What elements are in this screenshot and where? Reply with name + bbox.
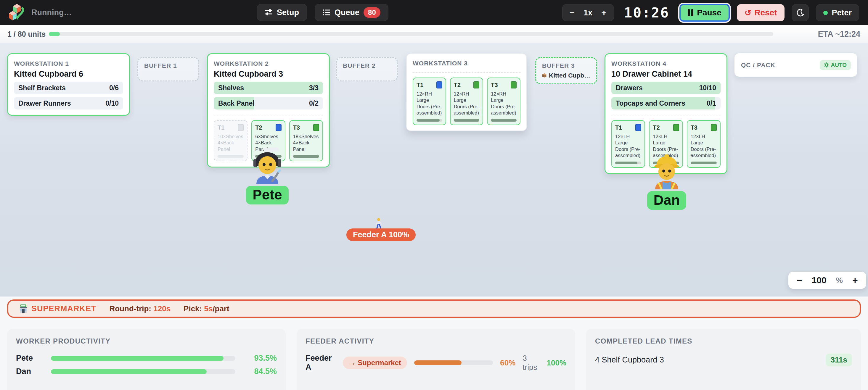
feeder-destination-pill: → Supermarket <box>343 357 407 369</box>
trolley-progress <box>615 162 641 164</box>
trolley-t3[interactable]: T3 12×RH Large Doors (Pre-assembled) <box>487 77 521 125</box>
buffer-item: Kitted Cupb… <box>542 72 590 79</box>
panel-title: COMPLETED LEAD TIMES <box>595 337 852 345</box>
completed-lead-times-panel: COMPLETED LEAD TIMES 4 Shelf Cupboard 3 … <box>586 329 861 390</box>
bin-icon <box>673 124 679 131</box>
qc-auto-label: AUTO <box>831 62 847 68</box>
zoom-in-button[interactable]: + <box>852 275 858 285</box>
feeder-status-chip[interactable]: Feeder A 100% <box>346 228 416 241</box>
trolley-t1[interactable]: T1 10×Shelves4×Back Panel <box>214 120 247 161</box>
bin-icon <box>238 124 244 131</box>
task-count: 0/2 <box>309 99 318 107</box>
trolley-divider <box>413 72 521 73</box>
task-name: Topcaps and Corners <box>616 99 685 107</box>
worker-pete[interactable]: Pete <box>244 148 291 204</box>
queue-button-label: Queue <box>335 8 360 17</box>
units-progress-bar <box>49 32 773 36</box>
trolley-item: 12×RH Large Doors (Pre-assembled) <box>491 91 517 116</box>
queue-button[interactable]: Queue 80 <box>315 4 389 21</box>
speed-increase-button[interactable]: + <box>601 8 607 17</box>
zoom-unit: % <box>836 276 843 285</box>
trolley-label: T1 <box>416 82 423 89</box>
trolley-progress <box>218 155 244 158</box>
qc-pack-title: QC / PACK <box>741 62 775 69</box>
productivity-value: 93.5% <box>244 354 277 363</box>
walking-person-icon <box>374 218 384 230</box>
setup-button[interactable]: Setup <box>257 4 307 21</box>
speed-control: − 1x + <box>562 4 614 21</box>
sim-clock: 10:26 <box>624 5 669 21</box>
trolley-t3[interactable]: T3 18×Shelves4×Back Panel <box>289 120 323 161</box>
roundtrip-stat: Round-trip: 120s <box>110 304 171 313</box>
panel-title: WORKER PRODUCTIVITY <box>16 337 277 345</box>
trolley-label: T1 <box>615 124 622 131</box>
trolley-divider <box>611 115 720 116</box>
factory-floor-canvas[interactable]: WORKSTATION 1 Kitted Cupboard 6 Shelf Br… <box>0 43 868 296</box>
buffer-2[interactable]: BUFFER 2 <box>336 57 398 82</box>
trolley-t1[interactable]: T1 12×LH Large Doors (Pre-assembled) <box>611 120 645 168</box>
speed-value: 1x <box>584 8 592 18</box>
feeder-progress-bar <box>414 360 493 365</box>
top-bar: Running… Setup Queue 80 <box>0 0 868 25</box>
theme-toggle-button[interactable] <box>792 4 809 21</box>
task-row: Topcaps and Corners0/1 <box>611 97 720 109</box>
feeder-activity-panel: FEEDER ACTIVITY Feeder A → Supermarket 6… <box>297 329 575 390</box>
setup-button-label: Setup <box>277 8 299 17</box>
bin-icon <box>313 124 319 131</box>
task-name: Shelf Brackets <box>18 84 66 92</box>
worker-name: Dan <box>16 367 51 376</box>
task-name: Drawer Runners <box>18 99 71 107</box>
queue-list-icon <box>323 8 330 16</box>
supermarket-bar[interactable]: SUPERMARKET Round-trip: 120s Pick: 5s/pa… <box>7 299 861 318</box>
trolley-label: T1 <box>218 124 224 131</box>
workstation-product: 10 Drawer Cabinet 14 <box>611 69 720 79</box>
bin-icon <box>436 82 442 89</box>
buffer-3[interactable]: BUFFER 3 Kitted Cupb… <box>535 57 597 84</box>
bin-icon <box>473 82 479 89</box>
worker-dan[interactable]: Dan <box>643 153 690 210</box>
pick-label: Pick: <box>184 304 204 313</box>
trolley-label: T3 <box>491 82 498 89</box>
user-menu-button[interactable]: Peter <box>816 4 859 21</box>
task-row: Back Panel0/2 <box>214 97 323 109</box>
trolley-t2[interactable]: T2 12×RH Large Doors (Pre-assembled) <box>450 77 484 125</box>
app-logo-icon <box>9 3 25 22</box>
feeder-trips: 3 trips <box>523 354 539 372</box>
workstation-title: WORKSTATION 3 <box>413 60 521 67</box>
reset-button[interactable]: ↺ Reset <box>737 4 785 21</box>
trolley-label: T2 <box>255 124 262 131</box>
trolley-item: 12×LH Large Doors (Pre-assembled) <box>691 133 717 159</box>
trolley-t3[interactable]: T3 12×LH Large Doors (Pre-assembled) <box>687 120 720 168</box>
panel-title: FEEDER ACTIVITY <box>306 337 566 345</box>
task-count: 0/1 <box>707 99 716 107</box>
buffer-1[interactable]: BUFFER 1 <box>137 57 199 82</box>
workstation-3-card[interactable]: WORKSTATION 3 T1 12×RH Large Doors (Pre-… <box>406 53 527 131</box>
header-center-buttons: Setup Queue 80 <box>257 4 389 21</box>
trolley-label: T3 <box>691 124 698 131</box>
trolley-item: 6×Shelves <box>255 133 281 140</box>
user-status-dot <box>823 11 828 15</box>
task-row: Drawer Runners0/10 <box>14 97 123 109</box>
zoom-value: 100 <box>812 275 827 285</box>
pause-button-label: Pause <box>697 8 721 18</box>
qc-pack-card[interactable]: QC / PACK AUTO <box>735 53 857 77</box>
trolley-t1[interactable]: T1 12×RH Large Doors (Pre-assembled) <box>413 77 446 125</box>
workstation-1-card[interactable]: WORKSTATION 1 Kitted Cupboard 6 Shelf Br… <box>7 53 130 116</box>
pause-button[interactable]: Pause <box>679 4 730 22</box>
productivity-row-pete: Pete 93.5% <box>16 354 277 363</box>
supermarket-title: SUPERMARKET <box>19 304 96 313</box>
buffer-title: BUFFER 3 <box>542 62 590 69</box>
feeder-percent: 60% <box>500 358 516 367</box>
lead-time-row: 4 Shelf Cupboard 3 311s <box>595 354 852 366</box>
workstation-title: WORKSTATION 1 <box>14 60 123 67</box>
workstation-title: WORKSTATION 2 <box>214 60 323 67</box>
speed-decrease-button[interactable]: − <box>569 8 575 17</box>
trolley-item: 12×RH Large Doors (Pre-assembled) <box>416 91 442 116</box>
productivity-bar <box>51 369 235 374</box>
convenience-store-icon <box>19 304 28 313</box>
eta-label: ETA ~12:24 <box>818 30 860 39</box>
worker-productivity-panel: WORKER PRODUCTIVITY Pete 93.5% Dan 84.5% <box>7 329 286 390</box>
reset-icon: ↺ <box>745 8 751 18</box>
zoom-out-button[interactable]: − <box>797 275 802 285</box>
pause-icon <box>688 9 693 16</box>
